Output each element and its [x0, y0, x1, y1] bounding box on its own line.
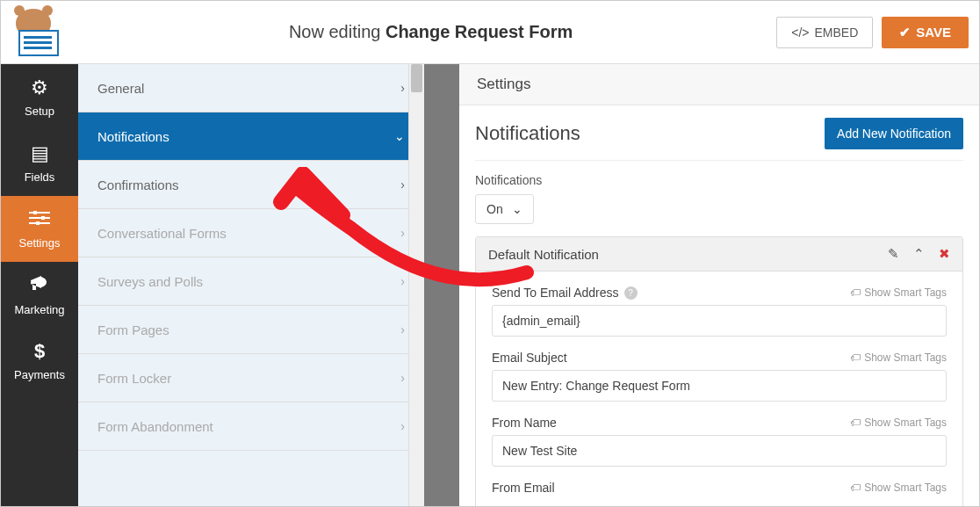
subject-input[interactable] — [492, 370, 947, 402]
dollar-icon: $ — [34, 340, 45, 363]
smart-tags-link[interactable]: 🏷 Show Smart Tags — [850, 351, 947, 364]
chevron-right-icon: › — [400, 81, 405, 95]
tag-icon: 🏷 — [850, 286, 861, 299]
save-button[interactable]: ✔ SAVE — [882, 17, 969, 48]
chevron-right-icon: › — [400, 419, 405, 433]
bullhorn-icon — [29, 273, 50, 298]
send-to-label: Send To Email Address ? — [492, 286, 638, 300]
send-to-input[interactable] — [492, 305, 947, 337]
notifications-toggle[interactable]: On ⌄ — [475, 194, 534, 224]
code-icon: </> — [791, 25, 809, 40]
chevron-down-icon: ⌄ — [512, 202, 522, 216]
rail-fields[interactable]: ▤ Fields — [1, 130, 78, 196]
tag-icon: 🏷 — [850, 482, 861, 494]
from-name-input[interactable] — [492, 435, 947, 467]
chevron-right-icon: › — [400, 371, 405, 385]
subpanel-item-conversational[interactable]: Conversational Forms › — [78, 209, 424, 257]
rail-payments[interactable]: $ Payments — [1, 328, 78, 394]
settings-subpanel: General › Notifications ⌄ Confirmations … — [78, 64, 424, 507]
left-rail: ⚙ Setup ▤ Fields Settings Marketing $ Pa… — [1, 64, 78, 507]
smart-tags-link[interactable]: 🏷 Show Smart Tags — [850, 482, 947, 494]
svg-rect-3 — [33, 211, 37, 214]
main-panel: Settings Notifications Add New Notificat… — [459, 64, 979, 507]
sliders-icon — [29, 208, 50, 231]
scroll-thumb[interactable] — [411, 64, 422, 92]
scrollbar[interactable] — [408, 64, 424, 507]
subject-label: Email Subject — [492, 351, 567, 365]
section-title: Notifications — [475, 122, 580, 145]
rail-marketing[interactable]: Marketing — [1, 262, 78, 328]
add-notification-button[interactable]: Add New Notification — [825, 118, 963, 149]
rail-setup[interactable]: ⚙ Setup — [1, 64, 78, 130]
top-bar: Now editing Change Request Form </> EMBE… — [1, 1, 979, 64]
help-icon[interactable]: ? — [624, 286, 638, 300]
embed-button[interactable]: </> EMBED — [776, 17, 873, 48]
card-title: Default Notification — [488, 247, 888, 262]
delete-icon[interactable]: ✖ — [939, 246, 950, 262]
chevron-down-icon: ⌄ — [394, 129, 405, 143]
chevron-right-icon: › — [400, 274, 405, 288]
rail-settings[interactable]: Settings — [1, 196, 78, 262]
from-email-label: From Email — [492, 481, 555, 495]
edit-icon[interactable]: ✎ — [888, 246, 899, 262]
tag-icon: 🏷 — [850, 351, 861, 364]
smart-tags-link[interactable]: 🏷 Show Smart Tags — [850, 286, 947, 299]
toggle-label: Notifications — [475, 173, 963, 187]
main-header: Settings — [459, 64, 979, 105]
smart-tags-link[interactable]: 🏷 Show Smart Tags — [850, 416, 947, 429]
subpanel-item-form-pages[interactable]: Form Pages › — [78, 306, 424, 354]
subpanel-item-confirmations[interactable]: Confirmations › — [78, 161, 424, 209]
collapse-icon[interactable]: ⌃ — [913, 246, 925, 262]
subpanel-item-general[interactable]: General › — [78, 64, 424, 112]
from-name-label: From Name — [492, 416, 557, 430]
svg-rect-5 — [36, 221, 40, 225]
chevron-right-icon: › — [400, 177, 405, 192]
chevron-right-icon: › — [400, 226, 405, 240]
svg-rect-4 — [41, 216, 45, 220]
panel-divider — [424, 64, 459, 507]
subpanel-item-notifications[interactable]: Notifications ⌄ — [78, 112, 424, 161]
list-icon: ▤ — [31, 142, 49, 165]
subpanel-item-surveys[interactable]: Surveys and Polls › — [78, 257, 424, 306]
app-logo — [11, 9, 68, 56]
notification-card: Default Notification ✎ ⌃ ✖ Send To Email… — [475, 236, 963, 507]
editing-title: Now editing Change Request Form — [85, 22, 776, 42]
gear-icon: ⚙ — [31, 76, 48, 99]
tag-icon: 🏷 — [850, 416, 861, 429]
subpanel-item-form-locker[interactable]: Form Locker › — [78, 354, 424, 402]
subpanel-item-abandonment[interactable]: Form Abandonment › — [78, 402, 424, 451]
chevron-right-icon: › — [400, 322, 405, 337]
check-icon: ✔ — [899, 25, 911, 40]
